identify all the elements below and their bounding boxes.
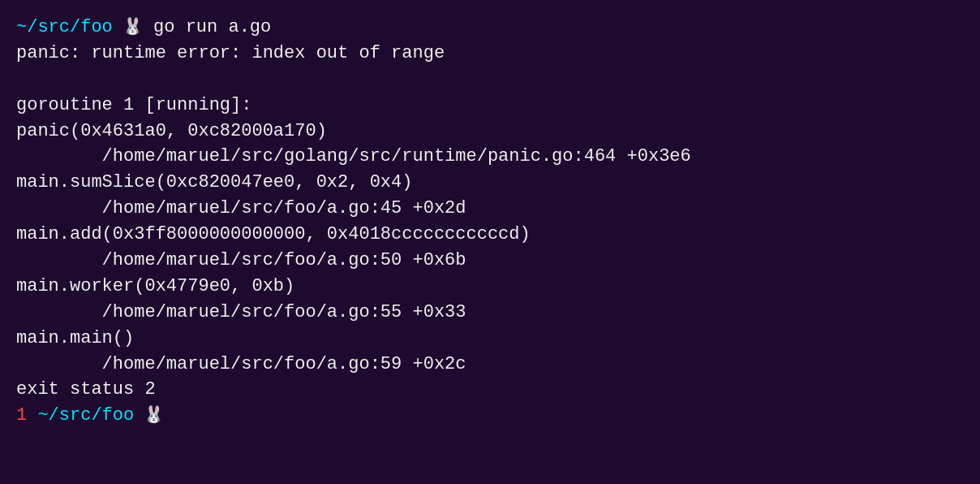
line-7: main.sumSlice(0xc820047ee0, 0x2, 0x4) <box>16 170 964 196</box>
output-panic-file: /home/maruel/src/golang/src/runtime/pani… <box>16 144 691 170</box>
line-11: main.worker(0x4779e0, 0xb) <box>16 274 964 300</box>
line-9: main.add(0x3ff8000000000000, 0x4018ccccc… <box>16 222 964 248</box>
terminal-window: ~/src/foo 🐰 go run a.go panic: runtime e… <box>16 15 964 469</box>
prompt2-path: ~/src/foo <box>27 403 134 429</box>
prompt2-number: 1 <box>16 403 27 429</box>
prompt-path-1: ~/src/foo <box>16 15 113 41</box>
line-13: main.main() <box>16 326 964 352</box>
line-12: /home/maruel/src/foo/a.go:55 +0x33 <box>16 300 964 326</box>
output-add-file: /home/maruel/src/foo/a.go:50 +0x6b <box>16 248 466 274</box>
output-line-2: panic: runtime error: index out of range <box>16 41 445 67</box>
output-sumslice-func: main.sumSlice(0xc820047ee0, 0x2, 0x4) <box>16 170 412 196</box>
line-4: goroutine 1 [running]: <box>16 93 964 119</box>
line-15: exit status 2 <box>16 377 964 403</box>
output-main-file: /home/maruel/src/foo/a.go:59 +0x2c <box>16 352 466 378</box>
prompt2-rabbit: 🐰 <box>134 404 164 427</box>
output-add-func: main.add(0x3ff8000000000000, 0x4018ccccc… <box>16 222 531 248</box>
output-main-func: main.main() <box>16 326 134 352</box>
line-8: /home/maruel/src/foo/a.go:45 +0x2d <box>16 196 964 222</box>
prompt-cmd-1: go run a.go <box>143 15 271 41</box>
line-10: /home/maruel/src/foo/a.go:50 +0x6b <box>16 248 964 274</box>
output-exit-status: exit status 2 <box>16 377 156 403</box>
line-1: ~/src/foo 🐰 go run a.go <box>16 15 964 41</box>
line-6: /home/maruel/src/golang/src/runtime/pani… <box>16 144 964 170</box>
output-sumslice-file: /home/maruel/src/foo/a.go:45 +0x2d <box>16 196 466 222</box>
line-14: /home/maruel/src/foo/a.go:59 +0x2c <box>16 352 964 378</box>
line-2: panic: runtime error: index out of range <box>16 41 964 67</box>
output-worker-file: /home/maruel/src/foo/a.go:55 +0x33 <box>16 300 466 326</box>
line-16: 1 ~/src/foo 🐰 <box>16 403 964 429</box>
output-panic-func: panic(0x4631a0, 0xc82000a170) <box>16 119 327 145</box>
blank-line-1 <box>16 67 964 93</box>
output-worker-func: main.worker(0x4779e0, 0xb) <box>16 274 294 300</box>
line-5: panic(0x4631a0, 0xc82000a170) <box>16 119 964 145</box>
prompt-rabbit-1: 🐰 <box>113 15 143 39</box>
output-goroutine: goroutine 1 [running]: <box>16 93 251 119</box>
